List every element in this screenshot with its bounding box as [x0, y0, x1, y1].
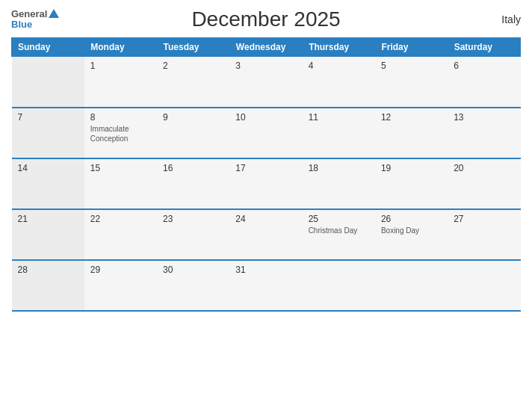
calendar-cell: 20	[448, 158, 520, 209]
day-number: 30	[163, 265, 223, 275]
calendar-cell: 21	[12, 209, 84, 260]
calendar-cell: 15	[84, 158, 157, 209]
logo-blue-text: Blue	[11, 19, 32, 30]
calendar-cell: 9	[157, 108, 229, 158]
calendar-cell: 6	[448, 57, 520, 108]
calendar-body: 12345678Immaculate Conception91011121314…	[12, 57, 521, 311]
calendar-cell	[12, 57, 84, 108]
calendar-week-row: 78Immaculate Conception910111213	[12, 108, 521, 158]
calendar-cell: 12	[375, 108, 448, 158]
calendar-cell: 16	[157, 158, 229, 209]
day-number: 27	[454, 214, 514, 224]
day-number: 26	[381, 214, 442, 224]
calendar-cell: 19	[375, 158, 448, 209]
day-number: 11	[309, 112, 369, 123]
day-number: 13	[454, 112, 514, 123]
day-number: 2	[163, 61, 223, 71]
col-friday: Friday	[375, 38, 448, 57]
day-number: 1	[90, 61, 151, 71]
page: General Blue December 2025 Italy Sunday …	[0, 0, 532, 411]
day-number: 3	[235, 61, 296, 71]
calendar-cell: 18	[303, 158, 375, 209]
day-number: 29	[90, 265, 151, 275]
calendar-header-row: Sunday Monday Tuesday Wednesday Thursday…	[12, 38, 521, 57]
day-number: 31	[235, 265, 296, 275]
calendar-cell: 8Immaculate Conception	[84, 108, 157, 158]
calendar-cell: 24	[229, 209, 302, 260]
day-number: 18	[309, 163, 369, 173]
calendar-cell: 5	[375, 57, 448, 108]
calendar-cell: 23	[157, 209, 229, 260]
calendar-cell: 7	[12, 108, 84, 158]
calendar-header: General Blue December 2025 Italy	[11, 7, 521, 31]
holiday-label: Boxing Day	[381, 226, 442, 235]
day-number: 25	[309, 214, 369, 224]
holiday-label: Immaculate Conception	[90, 124, 151, 143]
calendar-cell: 4	[303, 57, 375, 108]
day-number: 8	[90, 112, 151, 123]
day-number: 28	[18, 265, 78, 275]
calendar-cell: 11	[303, 108, 375, 158]
day-number: 12	[381, 112, 442, 123]
day-number: 19	[381, 163, 442, 173]
calendar-cell: 14	[12, 158, 84, 209]
day-number: 9	[163, 112, 223, 123]
calendar-cell: 26Boxing Day	[375, 209, 448, 260]
col-sunday: Sunday	[12, 38, 84, 57]
calendar-cell: 30	[157, 260, 229, 311]
logo-triangle-icon	[49, 9, 59, 18]
calendar-cell: 13	[448, 108, 520, 158]
day-number: 10	[235, 112, 296, 123]
calendar-week-row: 123456	[12, 57, 521, 108]
calendar-cell: 1	[84, 57, 157, 108]
holiday-label: Christmas Day	[309, 226, 369, 235]
col-tuesday: Tuesday	[157, 38, 229, 57]
logo: General Blue	[11, 9, 59, 31]
calendar-title: December 2025	[191, 7, 340, 31]
calendar-week-row: 14151617181920	[12, 158, 521, 209]
logo-general-text: General	[11, 9, 59, 19]
calendar-cell	[448, 260, 520, 311]
col-wednesday: Wednesday	[229, 38, 302, 57]
calendar-cell: 28	[12, 260, 84, 311]
col-thursday: Thursday	[303, 38, 375, 57]
day-number: 14	[18, 163, 78, 173]
calendar-cell	[375, 260, 448, 311]
calendar-cell: 25Christmas Day	[303, 209, 375, 260]
col-saturday: Saturday	[448, 38, 520, 57]
day-number: 5	[381, 61, 442, 71]
day-number: 7	[18, 112, 78, 123]
day-number: 6	[454, 61, 514, 71]
day-number: 22	[90, 214, 151, 224]
calendar-week-row: 2122232425Christmas Day26Boxing Day27	[12, 209, 521, 260]
calendar-cell	[303, 260, 375, 311]
calendar-cell: 27	[448, 209, 520, 260]
calendar-table: Sunday Monday Tuesday Wednesday Thursday…	[11, 37, 521, 312]
day-number: 23	[163, 214, 223, 224]
calendar-cell: 31	[229, 260, 302, 311]
calendar-cell: 29	[84, 260, 157, 311]
day-number: 21	[18, 214, 78, 224]
calendar-thead: Sunday Monday Tuesday Wednesday Thursday…	[12, 38, 521, 57]
day-number: 4	[309, 61, 369, 71]
calendar-cell: 22	[84, 209, 157, 260]
calendar-cell: 2	[157, 57, 229, 108]
day-number: 24	[235, 214, 296, 224]
day-number: 20	[454, 163, 514, 173]
day-number: 15	[90, 163, 151, 173]
day-number: 17	[235, 163, 296, 173]
country-label: Italy	[501, 13, 521, 25]
calendar-week-row: 28293031	[12, 260, 521, 311]
calendar-cell: 3	[229, 57, 302, 108]
col-monday: Monday	[84, 38, 157, 57]
calendar-cell: 17	[229, 158, 302, 209]
calendar-cell: 10	[229, 108, 302, 158]
day-number: 16	[163, 163, 223, 173]
